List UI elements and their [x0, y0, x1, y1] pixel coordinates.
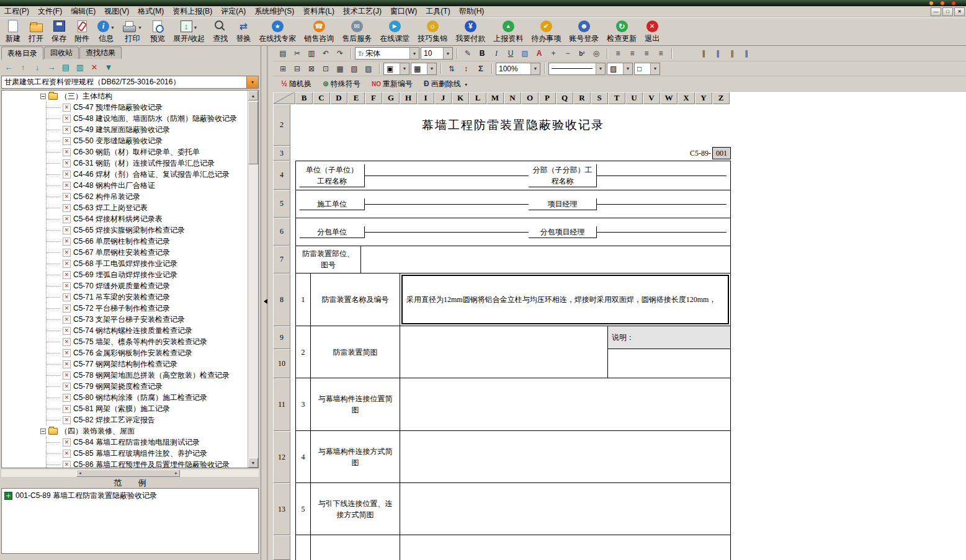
scroll-down-icon[interactable]: [248, 458, 258, 468]
menu-item[interactable]: 编辑(E): [66, 6, 100, 17]
collapse-icon[interactable]: [40, 94, 46, 99]
chevron-down-icon[interactable]: [443, 48, 452, 59]
tree-item[interactable]: C6-31 钢筋（材）连接试件报告单汇总记录: [47, 158, 248, 169]
toolbar-button[interactable]: 附件: [73, 19, 91, 45]
column-header[interactable]: B: [295, 92, 313, 104]
tree-item[interactable]: C5-67 单层钢柱安装检查记录: [47, 247, 248, 258]
scrollbar-thumb[interactable]: [248, 101, 258, 164]
row-header[interactable]: 12: [273, 431, 290, 483]
chevron-down-icon[interactable]: [650, 63, 660, 74]
tree-toolbar-button[interactable]: ←: [2, 61, 15, 74]
table-button[interactable]: ⊠: [305, 63, 318, 75]
row-header[interactable]: [273, 535, 290, 560]
row-ops-button[interactable]: ⇅: [445, 63, 458, 75]
format-button[interactable]: ▤: [276, 47, 290, 60]
menu-item[interactable]: 工程(P): [0, 6, 34, 17]
tree-group-structure[interactable]: （三）主体结构: [2, 91, 248, 102]
tree-item[interactable]: C4-48 钢构件出厂合格证: [47, 180, 248, 191]
table-button[interactable]: ▦: [333, 63, 347, 75]
row-header[interactable]: 7: [273, 246, 290, 273]
column-header[interactable]: W: [660, 92, 678, 104]
tree-item[interactable]: C5-75 墙架、檩条等构件的安装检查记录: [47, 336, 248, 347]
menu-item[interactable]: 评定(A): [217, 6, 250, 17]
menu-item[interactable]: 格式(M): [133, 6, 168, 17]
column-header[interactable]: I: [417, 92, 434, 104]
tree-item[interactable]: C5-49 建筑屋面隐蔽验收记录: [47, 124, 248, 135]
menu-item[interactable]: 帮助(H): [455, 6, 489, 17]
format-button[interactable]: −: [561, 47, 575, 60]
splitter-collapse-icon[interactable]: [264, 299, 267, 304]
menu-item[interactable]: 文件(F): [34, 6, 66, 17]
align-button[interactable]: ≡: [654, 47, 668, 60]
align-button[interactable]: ≡: [611, 47, 625, 60]
font-family-select[interactable]: Tr 宋体: [355, 47, 419, 60]
device-diagram-cell[interactable]: 说明：: [400, 326, 731, 378]
tree-item[interactable]: C4-46 焊材（剂）合格证、复试报告单汇总记录: [47, 169, 248, 180]
restore-button[interactable]: □: [942, 7, 953, 16]
select-all-corner[interactable]: [273, 92, 295, 104]
column-header[interactable]: Y: [695, 92, 712, 104]
toolbar-button[interactable]: 待办事项: [529, 19, 563, 45]
column-header[interactable]: M: [486, 92, 504, 104]
tree-item[interactable]: C5-63 焊工上岗登记表: [47, 202, 248, 213]
row-header[interactable]: 6: [273, 218, 290, 246]
sidebar-tab[interactable]: 回收站: [44, 47, 79, 59]
column-header[interactable]: D: [330, 92, 347, 104]
column-header[interactable]: X: [678, 92, 695, 104]
align-button[interactable]: ≡: [625, 47, 639, 60]
table-button[interactable]: ⊞: [276, 63, 290, 75]
tree-item[interactable]: C5-72 平台梯子制作检查记录: [47, 303, 248, 314]
distribute-button[interactable]: ∥: [711, 47, 725, 60]
column-header[interactable]: H: [400, 92, 417, 104]
fill-pattern-select[interactable]: ▨: [607, 63, 633, 75]
tree-item[interactable]: C6-30 钢筋（材）取样记录单、委托单: [47, 146, 248, 158]
tree-vertical-scrollbar[interactable]: [248, 91, 258, 468]
tree-item[interactable]: C5-85 幕墙工程玻璃组件注胶、养护记录: [47, 448, 248, 459]
toolbar-button[interactable]: 销售咨询: [302, 19, 336, 45]
row-header[interactable]: 4: [273, 161, 290, 190]
row-header[interactable]: 3: [273, 146, 290, 161]
catalog-select[interactable]: 甘肃建筑工程资料管理规程（DB62/T25-3016-2016）: [1, 76, 259, 89]
catalog-dropdown-button[interactable]: [246, 76, 258, 88]
toolbar-button[interactable]: 信息: [96, 19, 117, 45]
menu-item[interactable]: 视图(V): [100, 6, 133, 17]
tree-horizontal-scrollbar[interactable]: [1, 469, 259, 477]
tree-toolbar-button[interactable]: ↑: [17, 61, 29, 74]
panel-splitter[interactable]: [261, 46, 273, 560]
tree-item[interactable]: C5-82 焊接工艺评定报告: [47, 414, 248, 425]
titlebar-close-button[interactable]: [951, 1, 956, 6]
toolbar-button[interactable]: 打印: [121, 19, 144, 45]
connection-position-cell[interactable]: [400, 378, 731, 431]
format-button[interactable]: ↷: [333, 47, 347, 60]
row-header[interactable]: 11: [273, 378, 290, 431]
tree-item[interactable]: C5-69 埋弧自动焊焊接作业记录: [47, 269, 248, 280]
tree-item[interactable]: C5-70 焊缝外观质量检查记录: [47, 280, 248, 291]
dropdown-caret-icon[interactable]: [464, 79, 468, 88]
minimize-button[interactable]: —: [931, 7, 941, 16]
format-button[interactable]: I: [490, 47, 503, 60]
distribute-button[interactable]: ∥: [725, 47, 739, 60]
tree-toolbar-button[interactable]: ✕: [88, 61, 101, 74]
column-header[interactable]: E: [347, 92, 365, 104]
insert-picture-select[interactable]: ▣: [383, 63, 409, 75]
column-header[interactable]: U: [625, 92, 643, 104]
toolbar-button[interactable]: 检查更新: [605, 19, 638, 45]
titlebar-restore-button[interactable]: [940, 1, 945, 6]
column-header[interactable]: J: [434, 92, 452, 104]
tree-item[interactable]: C5-64 焊接材料烘烤记录表: [47, 213, 248, 224]
chevron-down-icon[interactable]: [623, 63, 632, 74]
tool-button[interactable]: NO 重新编号: [367, 78, 418, 91]
toolbar-button[interactable]: 新建: [4, 19, 22, 45]
column-header[interactable]: S: [591, 92, 608, 104]
chevron-down-icon[interactable]: [596, 63, 605, 74]
sidebar-tab[interactable]: 表格目录: [1, 47, 43, 60]
format-button[interactable]: ◎: [589, 47, 603, 60]
toolbar-button[interactable]: 预览: [148, 19, 167, 45]
column-header[interactable]: G: [382, 92, 400, 104]
toolbar-button[interactable]: 账号登录: [567, 19, 601, 45]
column-header[interactable]: R: [573, 92, 591, 104]
row-header[interactable]: 9: [273, 326, 290, 349]
unit-name-field[interactable]: [365, 176, 529, 176]
location-field[interactable]: [361, 246, 731, 273]
column-header[interactable]: O: [521, 92, 539, 104]
